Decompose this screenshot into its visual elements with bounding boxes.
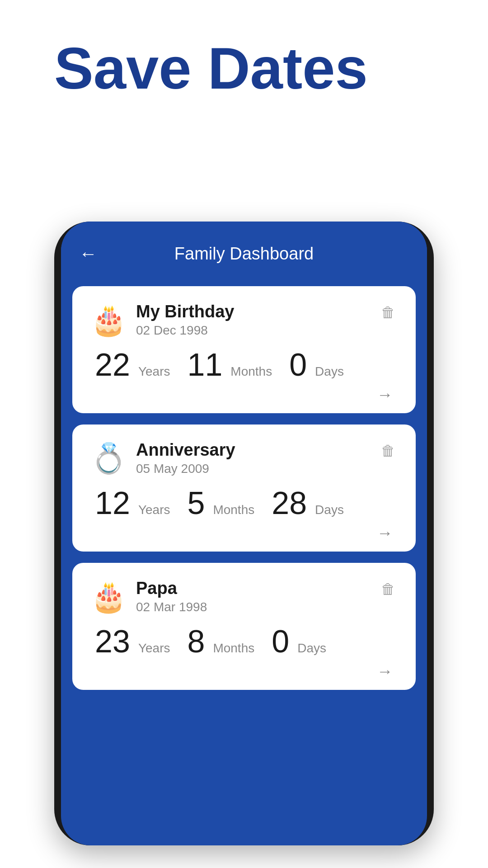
birthday-emoji: 🎂 bbox=[90, 305, 127, 335]
phone-screen: ← Family Dashboard 🎂 My Birthday 02 Dec … bbox=[61, 222, 427, 845]
page-title: Save Dates bbox=[54, 36, 368, 101]
birthday-days-label: Days bbox=[315, 364, 344, 379]
papa-months-number: 8 bbox=[187, 626, 205, 657]
anniversary-date: 05 May 2009 bbox=[136, 462, 235, 476]
anniversary-title: Anniversary bbox=[136, 440, 235, 460]
anniversary-years-label: Years bbox=[138, 503, 170, 517]
birthday-title: My Birthday bbox=[136, 302, 234, 321]
cards-container: 🎂 My Birthday 02 Dec 1998 🗑 22 Years 11 … bbox=[61, 277, 427, 838]
papa-delete-button[interactable]: 🗑 bbox=[379, 579, 398, 600]
card-header: 🎂 My Birthday 02 Dec 1998 🗑 bbox=[90, 302, 398, 338]
papa-emoji: 🎂 bbox=[90, 582, 127, 611]
papa-title: Papa bbox=[136, 579, 207, 598]
papa-days-number: 0 bbox=[272, 626, 289, 657]
anniversary-card: 💍 Anniversary 05 May 2009 🗑 12 Years 5 M… bbox=[72, 425, 416, 552]
birthday-delete-button[interactable]: 🗑 bbox=[379, 302, 398, 323]
papa-card-header: 🎂 Papa 02 Mar 1998 🗑 bbox=[90, 579, 398, 614]
papa-stats: 23 Years 8 Months 0 Days bbox=[90, 626, 398, 657]
anniversary-years-number: 12 bbox=[95, 487, 130, 519]
papa-detail-arrow[interactable]: → bbox=[90, 662, 398, 681]
papa-date: 02 Mar 1998 bbox=[136, 600, 207, 614]
birthday-card: 🎂 My Birthday 02 Dec 1998 🗑 22 Years 11 … bbox=[72, 286, 416, 413]
papa-card-info: 🎂 Papa 02 Mar 1998 bbox=[90, 579, 207, 614]
birthday-months-number: 11 bbox=[187, 349, 222, 381]
papa-days-label: Days bbox=[297, 641, 326, 656]
birthday-years-number: 22 bbox=[95, 349, 130, 381]
anniversary-emoji: 💍 bbox=[90, 443, 127, 473]
card-text-group: My Birthday 02 Dec 1998 bbox=[136, 302, 234, 338]
anniversary-delete-button[interactable]: 🗑 bbox=[379, 440, 398, 462]
back-button[interactable]: ← bbox=[79, 244, 97, 264]
anniversary-days-label: Days bbox=[315, 503, 344, 517]
app-header: ← Family Dashboard bbox=[61, 222, 427, 277]
birthday-detail-arrow[interactable]: → bbox=[90, 385, 398, 404]
card-info: 🎂 My Birthday 02 Dec 1998 bbox=[90, 302, 234, 338]
anniversary-text-group: Anniversary 05 May 2009 bbox=[136, 440, 235, 476]
birthday-months-label: Months bbox=[230, 364, 272, 379]
anniversary-months-number: 5 bbox=[187, 487, 205, 519]
papa-months-label: Months bbox=[213, 641, 254, 656]
birthday-days-number: 0 bbox=[289, 349, 307, 381]
papa-years-number: 23 bbox=[95, 626, 130, 657]
birthday-stats: 22 Years 11 Months 0 Days bbox=[90, 349, 398, 381]
anniversary-days-number: 28 bbox=[272, 487, 307, 519]
anniversary-card-info: 💍 Anniversary 05 May 2009 bbox=[90, 440, 235, 476]
papa-card: 🎂 Papa 02 Mar 1998 🗑 23 Years 8 Months 0… bbox=[72, 563, 416, 690]
header-title: Family Dashboard bbox=[174, 244, 314, 264]
papa-years-label: Years bbox=[138, 641, 170, 656]
birthday-years-label: Years bbox=[138, 364, 170, 379]
phone-mockup: ← Family Dashboard 🎂 My Birthday 02 Dec … bbox=[54, 222, 434, 845]
papa-text-group: Papa 02 Mar 1998 bbox=[136, 579, 207, 614]
anniversary-months-label: Months bbox=[213, 503, 254, 517]
birthday-date: 02 Dec 1998 bbox=[136, 323, 234, 338]
anniversary-detail-arrow[interactable]: → bbox=[90, 524, 398, 542]
anniversary-stats: 12 Years 5 Months 28 Days bbox=[90, 487, 398, 519]
anniversary-card-header: 💍 Anniversary 05 May 2009 🗑 bbox=[90, 440, 398, 476]
